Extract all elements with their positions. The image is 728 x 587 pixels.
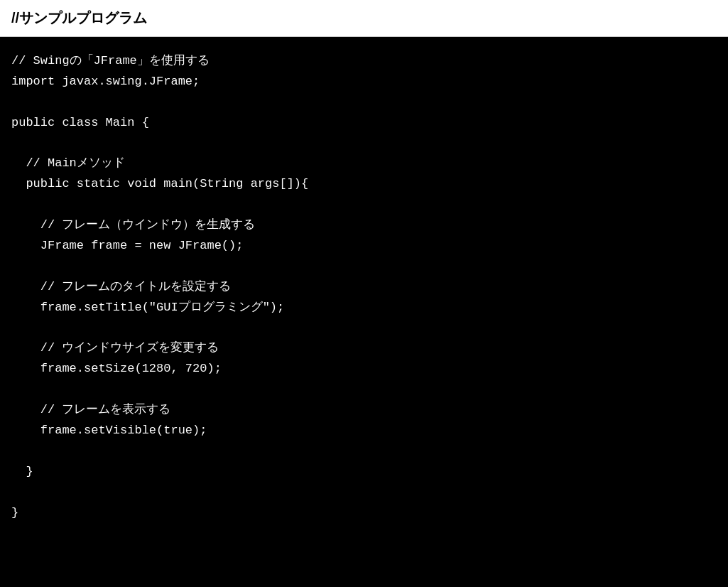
code-line: public class Main { xyxy=(11,113,717,134)
code-line xyxy=(11,379,717,400)
code-container: // Swingの「JFrame」を使用するimport javax.swing… xyxy=(0,37,728,587)
code-line: JFrame frame = new JFrame(); xyxy=(11,236,717,257)
code-line: // Swingの「JFrame」を使用する xyxy=(11,51,717,72)
code-line xyxy=(11,441,717,462)
code-line xyxy=(11,257,717,277)
code-line: } xyxy=(11,503,717,524)
code-line xyxy=(11,134,717,154)
code-line: } xyxy=(11,462,717,483)
code-block: // Swingの「JFrame」を使用するimport javax.swing… xyxy=(11,51,717,523)
code-line: import javax.swing.JFrame; xyxy=(11,72,717,92)
code-line: frame.setVisible(true); xyxy=(11,421,717,441)
code-line: public static void main(String args[]){ xyxy=(11,174,717,195)
code-line xyxy=(11,92,717,113)
code-line: frame.setSize(1280, 720); xyxy=(11,359,717,379)
code-line xyxy=(11,318,717,339)
code-line: // ウインドウサイズを変更する xyxy=(11,338,717,359)
code-line: // フレーム（ウインドウ）を生成する xyxy=(11,215,717,236)
code-line xyxy=(11,195,717,215)
code-line: // フレームを表示する xyxy=(11,400,717,421)
code-line: // フレームのタイトルを設定する xyxy=(11,277,717,298)
code-line xyxy=(11,483,717,503)
code-line: frame.setTitle("GUIプログラミング"); xyxy=(11,298,717,318)
header-bar: //サンプルプログラム xyxy=(0,0,728,37)
page-title: //サンプルプログラム xyxy=(11,10,147,26)
code-line: // Mainメソッド xyxy=(11,154,717,174)
